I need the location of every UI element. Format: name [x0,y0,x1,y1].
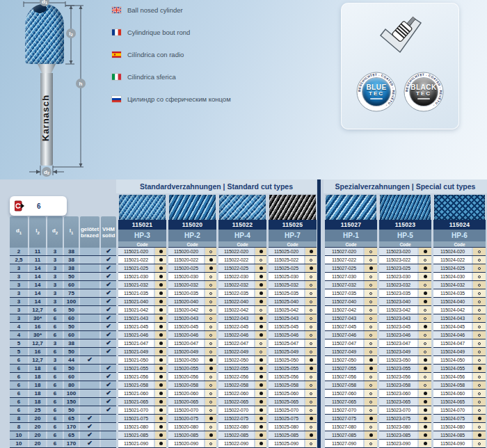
code-row: 115022-046 [218,331,266,339]
unavailable-circle-icon [310,301,312,303]
code-row: 115022-050 [218,356,266,365]
dimension-row: 314375✔ [10,289,116,298]
article-code: 115021-046 [118,331,154,339]
product-column-115024: 115024HP-6Code115024-020115024-022115024… [433,195,486,448]
availability-cell [255,390,266,397]
availability-cell [305,423,317,431]
article-code: 115021-080 [118,423,154,431]
dimension-cell: ✔ [101,314,116,322]
availability-cell [255,281,266,289]
code-row: 115027-080 [325,423,377,431]
dimension-cell: 12,7 [29,339,46,347]
availability-cell [473,331,486,339]
shank-clamp-icon [15,200,24,211]
availability-cell [205,423,216,431]
dimension-cell: 3 [47,281,63,289]
product-name-list: Ball nosed cylinder Cylindrique bout ron… [111,6,320,117]
dimension-cell [80,339,99,347]
code-row: 115023-020 [379,248,431,256]
code-row: 115024-047 [433,339,486,348]
article-code: 115022-090 [218,440,254,447]
dimension-row: 430*660✔ [10,331,116,339]
availability-cell [419,390,431,397]
availability-cell [305,365,317,372]
unavailable-circle-icon [310,342,312,345]
article-code: 115022-042 [218,306,254,314]
dimension-row: 314338✔ [10,264,116,273]
code-row: 115022-040 [218,298,266,306]
code-row: 115022-022 [218,256,266,264]
article-code: 115021-020 [118,248,154,255]
dimension-cell: ✔ [80,431,99,439]
article-code: 115024-049 [433,348,472,355]
code-row: 115020-042 [168,306,216,314]
dimension-cell: 3 [10,264,28,272]
article-code: 115024-065 [433,398,472,406]
available-dot-icon [260,425,263,429]
availability-cell [419,273,431,280]
available-dot-icon [159,291,163,295]
dimension-cell: 18 [29,373,46,381]
unavailable-circle-icon [478,284,481,287]
code-row: 115025-022 [269,256,317,264]
availability-cell [255,365,266,372]
availability-cell [305,390,317,397]
product-name-label: Ball nosed cylinder [127,6,183,14]
product-column-115020: 115020HP-2Code115020-020115020-022115020… [168,195,216,448]
dimension-cell: 4 [10,323,28,330]
availability-cell [365,415,377,422]
dimension-cell [80,306,99,314]
availability-cell [205,415,216,422]
dimension-cell [80,390,99,397]
article-code: 115020-040 [168,298,204,305]
availability-cell [305,406,317,414]
article-code: 115024-042 [433,306,472,314]
dimension-row: 512,7338✔ [10,339,116,348]
code-row: 115020-022 [168,256,216,264]
article-code: 115022-056 [218,373,254,381]
code-row: 115022-042 [218,306,266,314]
available-dot-icon [209,258,213,262]
dimension-cell: 50 [64,365,79,372]
availability-cell [473,339,486,347]
dimension-cell: 6 [47,440,63,447]
article-code: 115021-030 [118,273,154,280]
burr-pattern-thumbnail [119,195,166,220]
code-row: 115021-043 [118,314,166,323]
dimension-columns: d1 l2 d2 l1 gelötetbrazed VHMsolid 21133… [10,195,116,448]
code-row: 115025-090 [269,440,317,448]
dimension-cell: ✔ [101,406,116,414]
code-row: 115025-070 [269,406,317,415]
availability-cell [205,248,216,255]
availability-cell [473,356,486,364]
dimension-cell: 65 [64,415,79,422]
article-code: 115027-070 [325,406,363,414]
product-name-es: Cilíndrica con radio [111,50,320,59]
available-dot-icon [369,358,373,362]
availability-cell [305,281,317,289]
available-dot-icon [159,266,163,270]
coating-info-panel: BESCHICHTET - COATED - REVÊTU - BLUE TEC… [341,3,459,129]
available-dot-icon [159,442,163,445]
dimension-cell: 6 [47,348,63,355]
availability-cell [155,381,166,389]
availability-cell [255,440,266,447]
dimension-cell: 6 [47,423,63,431]
article-code: 115027-032 [325,281,363,289]
code-row: 115022-043 [218,314,266,323]
available-dot-icon [260,433,263,437]
dimension-row: 820665✔ [10,415,116,423]
article-code: 115023-040 [379,298,417,305]
article-code: 115021-022 [118,256,154,264]
dimension-cell: 14 [29,281,46,289]
dimension-cell: 38 [64,264,79,272]
code-row: 115025-030 [269,273,317,281]
code-row: 115023-065 [379,398,431,406]
dimension-cell: ✔ [101,390,116,397]
availability-cell [255,406,266,414]
dimension-cell: 170 [64,440,79,447]
code-row: 115025-046 [269,331,317,339]
unavailable-circle-icon [478,384,481,387]
dimension-cell: 60 [64,314,79,322]
availability-cell [473,381,486,389]
